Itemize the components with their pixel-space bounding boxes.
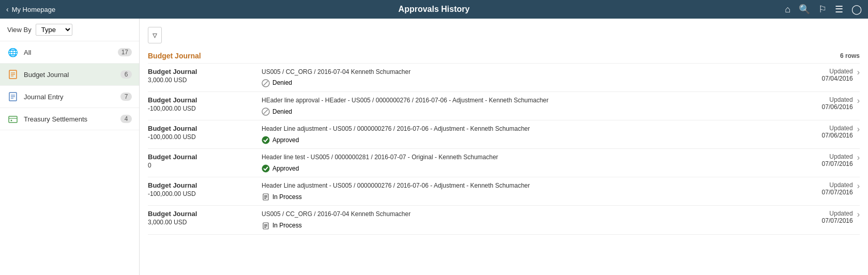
entry-right-2: Updated 07/06/2016 › <box>793 125 860 144</box>
sidebar: View By Type Date Status 🌐 All 17 Budge <box>0 19 140 275</box>
status-icon-2 <box>262 135 270 144</box>
view-by-select[interactable]: Type Date Status <box>36 24 72 36</box>
entry-desc-0: US005 / CC_ORG / 2016-07-04 Kenneth Schu… <box>262 68 784 77</box>
sidebar-item-all[interactable]: 🌐 All 17 <box>0 41 139 64</box>
status-label-3: Approved <box>272 165 299 172</box>
entry-desc-3: Header line test - US005 / 0000000281 / … <box>262 153 784 162</box>
updated-label-1: Updated <box>822 96 853 103</box>
updated-label-4: Updated <box>822 181 853 189</box>
entry-title-1: Budget Journal <box>148 96 253 104</box>
sidebar-badge-budget-journal: 6 <box>120 70 132 79</box>
entry-middle-5: US005 / CC_ORG / 2016-07-04 Kenneth Schu… <box>262 210 793 230</box>
content-area: ▿ Budget Journal 6 rows Budget Journal 3… <box>140 19 868 275</box>
entry-right-3: Updated 07/07/2016 › <box>793 153 860 173</box>
section-title: Budget Journal <box>148 52 201 60</box>
updated-label-5: Updated <box>822 210 853 217</box>
sidebar-badge-journal-entry: 7 <box>120 93 132 101</box>
status-icon-5 <box>262 221 270 230</box>
svg-point-10 <box>11 120 12 121</box>
top-navigation: ‹ My Homepage Approvals History ⌂ 🔍 ⚐ ☰ … <box>0 0 868 19</box>
status-label-0: Denied <box>272 79 292 86</box>
sidebar-badge-all: 17 <box>118 48 132 56</box>
status-icon-3 <box>262 164 270 173</box>
svg-line-12 <box>264 81 268 85</box>
table-row[interactable]: Budget Journal 0 Header line test - US00… <box>148 149 860 177</box>
svg-rect-24 <box>264 227 266 228</box>
status-label-2: Approved <box>272 136 299 144</box>
updated-date-0: 07/04/2016 <box>822 75 853 82</box>
updated-date-3: 07/07/2016 <box>822 160 853 167</box>
table-row[interactable]: Budget Journal 3,000.00 USD US005 / CC_O… <box>148 64 860 92</box>
table-row[interactable]: Budget Journal -100,000.00 USD Header Li… <box>148 120 860 149</box>
entry-middle-4: Header Line adjustment - US005 / 0000000… <box>262 181 793 201</box>
search-icon[interactable]: 🔍 <box>799 4 810 15</box>
section-rows-count: 6 rows <box>840 52 860 59</box>
entry-right-5: Updated 07/07/2016 › <box>793 210 860 230</box>
home-icon[interactable]: ⌂ <box>785 4 790 15</box>
entry-title-4: Budget Journal <box>148 181 253 189</box>
entry-left-0: Budget Journal 3,000.00 USD <box>148 68 262 87</box>
chevron-right-icon-0: › <box>857 68 860 77</box>
entry-status-1: Denied <box>262 107 784 116</box>
sidebar-item-treasury-settlements[interactable]: Treasury Settlements 4 <box>0 108 139 130</box>
entry-right-1: Updated 07/06/2016 › <box>793 96 860 116</box>
journal-entry-icon <box>7 91 19 102</box>
updated-label-2: Updated <box>822 125 853 132</box>
entry-desc-5: US005 / CC_ORG / 2016-07-04 Kenneth Schu… <box>262 210 784 219</box>
filter-icon[interactable]: ▿ <box>148 27 162 43</box>
status-label-4: In Process <box>272 193 302 201</box>
back-arrow-icon: ‹ <box>6 5 9 13</box>
sidebar-label-journal-entry: Journal Entry <box>24 93 115 101</box>
sidebar-badge-treasury: 4 <box>120 115 132 123</box>
budget-journal-icon <box>7 69 19 80</box>
chevron-right-icon-1: › <box>857 96 860 105</box>
svg-point-15 <box>262 136 269 144</box>
menu-icon[interactable]: ☰ <box>835 4 843 15</box>
entry-status-4: In Process <box>262 192 784 201</box>
flag-icon[interactable]: ⚐ <box>818 4 827 15</box>
home-link[interactable]: ‹ My Homepage <box>6 5 55 13</box>
svg-rect-23 <box>264 225 267 226</box>
entry-amount-4: -100,000.00 USD <box>148 190 253 197</box>
filter-bar: ▿ <box>148 23 860 48</box>
entry-amount-5: 3,000.00 USD <box>148 219 253 226</box>
updated-label-3: Updated <box>822 153 853 160</box>
chevron-right-icon-3: › <box>857 153 860 162</box>
entry-left-2: Budget Journal -100,000.00 USD <box>148 125 262 144</box>
main-layout: View By Type Date Status 🌐 All 17 Budge <box>0 19 868 275</box>
entries-list: Budget Journal 3,000.00 USD US005 / CC_O… <box>148 64 860 235</box>
svg-rect-19 <box>264 197 267 198</box>
entry-title-2: Budget Journal <box>148 125 253 132</box>
svg-rect-22 <box>264 224 267 225</box>
entry-status-5: In Process <box>262 221 784 230</box>
entry-title-5: Budget Journal <box>148 210 253 218</box>
entry-right-4: Updated 07/07/2016 › <box>793 181 860 201</box>
status-label-1: Denied <box>272 108 292 115</box>
entry-right-0: Updated 07/04/2016 › <box>793 68 860 87</box>
svg-rect-18 <box>264 195 267 196</box>
status-label-5: In Process <box>272 222 302 229</box>
entry-left-4: Budget Journal -100,000.00 USD <box>148 181 262 201</box>
table-row[interactable]: Budget Journal -100,000.00 USD Header Li… <box>148 177 860 206</box>
sidebar-label-treasury: Treasury Settlements <box>24 115 115 123</box>
sidebar-item-journal-entry[interactable]: Journal Entry 7 <box>0 86 139 108</box>
entry-desc-4: Header Line adjustment - US005 / 0000000… <box>262 181 784 190</box>
globe-icon: 🌐 <box>7 47 19 58</box>
table-row[interactable]: Budget Journal -100,000.00 USD HEader li… <box>148 92 860 120</box>
page-title: Approvals History <box>399 5 470 14</box>
treasury-icon <box>7 113 19 125</box>
entry-updated-3: Updated 07/07/2016 <box>822 153 853 167</box>
entry-middle-2: Header Line adjustment - US005 / 0000000… <box>262 125 793 144</box>
updated-date-2: 07/06/2016 <box>822 132 853 139</box>
sidebar-label-all: All <box>24 49 113 56</box>
entry-updated-0: Updated 07/04/2016 <box>822 68 853 82</box>
user-icon[interactable]: ◯ <box>851 4 862 15</box>
updated-date-5: 07/07/2016 <box>822 217 853 224</box>
table-row[interactable]: Budget Journal 3,000.00 USD US005 / CC_O… <box>148 206 860 234</box>
sidebar-item-budget-journal[interactable]: Budget Journal 6 <box>0 64 139 86</box>
entry-updated-4: Updated 07/07/2016 <box>822 181 853 196</box>
svg-rect-20 <box>264 198 266 199</box>
entry-left-5: Budget Journal 3,000.00 USD <box>148 210 262 230</box>
status-icon-0 <box>262 79 270 87</box>
entry-title-3: Budget Journal <box>148 153 253 161</box>
